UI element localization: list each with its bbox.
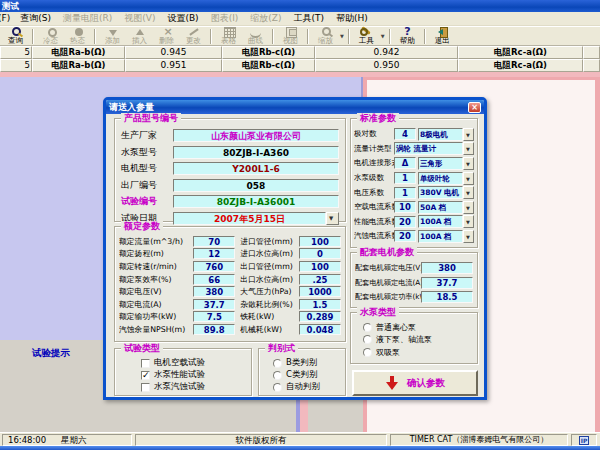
resistance-label-cell: 电阻Rb-c(Ω) <box>222 59 315 72</box>
rated-power-field[interactable]: 7.5 <box>193 311 235 322</box>
clipped-cell <box>583 46 600 59</box>
confirm-params-button[interactable]: 确认参数 <box>352 370 478 396</box>
table-row[interactable]: 5 电阻Ra-b(Ω) 0.945 电阻Rb-c(Ω) 0.942 电阻Rc-a… <box>0 46 600 59</box>
menu-item-chart[interactable]: 图表(I) <box>205 12 245 25</box>
view-button[interactable]: 视图 <box>277 27 304 46</box>
rated-head-field[interactable]: 12 <box>193 248 235 259</box>
pump-model-field[interactable]: 80ZJB-I-A360 <box>173 146 339 159</box>
radio-auto-judge[interactable]: 自动判别 <box>259 381 345 393</box>
mech-loss-field[interactable]: 0.048 <box>299 324 341 335</box>
zoom-button[interactable]: 缩放 <box>312 27 339 46</box>
factory-no-field[interactable]: 058 <box>173 179 339 192</box>
radio-class-b[interactable]: B类判别 <box>259 357 345 369</box>
motor-current-field[interactable]: 37.7 <box>421 277 473 289</box>
checkbox-pump-cavitation-test[interactable]: 水泵汽蚀试验 <box>115 381 251 393</box>
voltage-coeff-field[interactable]: 1 <box>394 187 416 199</box>
cold-state-button[interactable]: 冷态 <box>37 27 64 46</box>
rated-flow-field[interactable]: 70 <box>193 236 235 247</box>
flowmeter-type-combo[interactable]: 涡轮 流量计 <box>394 142 474 155</box>
chevron-down-icon[interactable] <box>463 230 474 243</box>
toolbar-separator <box>348 29 350 44</box>
table-row[interactable]: 5 电阻Ra-b(Ω) 0.951 电阻Rb-c(Ω) 0.950 电阻Rc-a… <box>0 59 600 72</box>
radio-icon <box>273 383 282 392</box>
perf-current-coeff-combo[interactable]: 100A 档 <box>418 215 474 228</box>
cavitation-current-coeff-combo[interactable]: 100A 档 <box>418 230 474 243</box>
menu-item-view[interactable]: 视图(V) <box>118 12 161 25</box>
menu-item-tools[interactable]: 工具(T) <box>288 12 331 25</box>
motor-connection-field[interactable]: Δ <box>394 157 416 169</box>
radio-submerged-axial-pump[interactable]: 液下泵、轴流泵 <box>351 334 477 347</box>
rated-voltage-field[interactable]: 380 <box>193 286 235 297</box>
insert-button[interactable]: 插入 <box>126 27 153 46</box>
npsh-field[interactable]: 89.8 <box>193 324 235 335</box>
manufacturer-field[interactable]: 山东颜山泵业有限公司 <box>173 129 339 142</box>
outlet-level-field[interactable]: .25 <box>299 274 341 285</box>
test-no-field[interactable]: 80ZJB-I-A36001 <box>173 195 339 208</box>
cavitation-current-coeff-field[interactable]: 20 <box>394 230 416 242</box>
delete-button[interactable]: 删除 <box>153 27 180 46</box>
noload-current-coeff-combo[interactable]: 50A 档 <box>418 201 474 214</box>
chevron-down-icon[interactable] <box>463 157 474 170</box>
radio-class-c[interactable]: C类判别 <box>259 369 345 381</box>
exit-door-icon <box>435 27 449 37</box>
pole-pairs-field[interactable]: 4 <box>394 128 416 140</box>
modify-button[interactable]: 更改 <box>180 27 207 46</box>
window-titlebar: 测试 <box>0 0 600 12</box>
product-model-group: 产品型号编号 生产厂家 山东颜山泵业有限公司 水泵型号 80ZJB-I-A360… <box>114 118 346 222</box>
query-button[interactable]: 查询 <box>2 27 29 46</box>
grid-view-button[interactable]: 表格 <box>215 27 242 46</box>
resistance-value-cell: 0.942 <box>315 46 458 59</box>
motor-model-field[interactable]: Y200L1-6 <box>173 162 339 175</box>
iron-loss-field[interactable]: 0.289 <box>299 311 341 322</box>
atmos-pressure-field[interactable]: 1000 <box>299 286 341 297</box>
rated-efficiency-field[interactable]: 66 <box>193 274 235 285</box>
help-button[interactable]: 帮助 <box>394 27 421 46</box>
menu-item-query[interactable]: 查询(S) <box>14 12 57 25</box>
add-button[interactable]: 添加 <box>99 27 126 46</box>
outlet-diameter-field[interactable]: 100 <box>299 261 341 272</box>
chevron-down-icon[interactable] <box>463 201 474 214</box>
radio-double-suction-pump[interactable]: 双吸泵 <box>351 346 477 359</box>
close-icon[interactable]: × <box>468 102 481 113</box>
toolbar-separator <box>32 29 34 44</box>
pump-stages-combo[interactable]: 单级叶轮 <box>418 172 474 185</box>
chevron-down-icon[interactable] <box>463 186 474 199</box>
zoom-dropdown-caret[interactable]: ▼ <box>340 33 344 39</box>
stray-loss-field[interactable]: 1.5 <box>299 299 341 310</box>
chevron-down-icon[interactable] <box>326 212 339 225</box>
chevron-down-icon[interactable] <box>463 142 474 155</box>
motor-connection-combo[interactable]: 三角形 <box>418 157 474 170</box>
tools-dropdown-caret[interactable]: ▼ <box>381 33 385 39</box>
menu-item-measure-resistance[interactable]: 测量电阻(R) <box>57 12 118 25</box>
chevron-down-icon[interactable] <box>463 172 474 185</box>
manufacturer-label: 生产厂家 <box>121 129 173 142</box>
motor-voltage-field[interactable]: 380 <box>421 262 473 274</box>
perf-current-coeff-field[interactable]: 20 <box>394 216 416 228</box>
pump-stages-field[interactable]: 1 <box>394 172 416 184</box>
rated-current-field[interactable]: 37.7 <box>193 299 235 310</box>
menu-item-zoom[interactable]: 缩放(Z) <box>244 12 287 25</box>
radio-centrifugal-pump[interactable]: 普通离心泵 <box>351 321 477 334</box>
menu-item-settings[interactable]: 设置(B) <box>161 12 204 25</box>
row-index-cell: 5 <box>0 46 32 59</box>
chevron-down-icon[interactable] <box>463 128 474 141</box>
menu-item-clipped[interactable]: (F) <box>0 12 14 25</box>
rated-speed-field[interactable]: 760 <box>193 261 235 272</box>
exit-button[interactable]: 退出 <box>429 27 456 46</box>
inlet-diameter-field[interactable]: 100 <box>299 236 341 247</box>
tools-button[interactable]: 工具 <box>353 27 380 46</box>
hot-state-icon <box>71 27 85 37</box>
input-method-icon[interactable]: IP <box>579 436 589 445</box>
noload-current-coeff-field[interactable]: 10 <box>394 201 416 213</box>
voltage-coeff-combo[interactable]: 380V 电机 <box>418 186 474 199</box>
motor-power-field[interactable]: 18.5 <box>421 291 473 303</box>
checkbox-pump-performance-test[interactable]: 水泵性能试验 <box>115 369 251 381</box>
inlet-level-field[interactable]: 0 <box>299 248 341 259</box>
hot-state-button[interactable]: 热态 <box>64 27 91 46</box>
menu-item-help[interactable]: 帮助(H) <box>330 12 374 25</box>
test-date-combo[interactable]: 2007年5月15日 <box>173 212 339 225</box>
chevron-down-icon[interactable] <box>463 215 474 228</box>
pole-pairs-combo[interactable]: 8极电机 <box>418 128 474 141</box>
checkbox-motor-noload-test[interactable]: 电机空载试验 <box>115 357 251 369</box>
curve-view-button[interactable]: 曲线 <box>242 27 269 46</box>
